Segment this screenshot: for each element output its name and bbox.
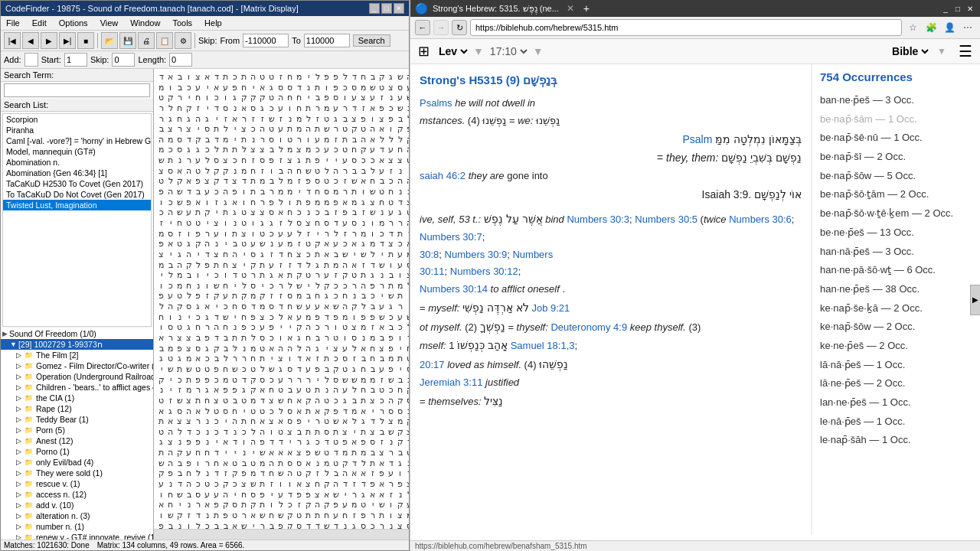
menu-file[interactable]: File	[4, 18, 22, 28]
numbers-30-11[interactable]: Numbers	[512, 249, 553, 260]
search-list-item-tacakud2[interactable]: To TaCaKuD Do Not Covet (Gen 2017)	[3, 189, 151, 200]
isaiah-ref1[interactable]: saiah 46:2	[420, 170, 466, 181]
chapter-select[interactable]: 17:10	[487, 44, 530, 58]
numbers-30-6[interactable]: Numbers 30:6	[729, 214, 792, 225]
profile-icon[interactable]: 👤	[942, 20, 957, 35]
numbers-30-9[interactable]: Numbers 30:9	[445, 249, 508, 260]
occ-item-4[interactable]: be·nap̄·šōw — 5 Occ.	[820, 167, 972, 186]
close-button[interactable]: ✕	[394, 3, 404, 14]
browser-maximize[interactable]: □	[952, 3, 963, 14]
browser-minimize[interactable]: _	[940, 3, 951, 14]
browser-close[interactable]: ✕	[965, 3, 975, 14]
numbers-30-7[interactable]: Numbers 30:7	[420, 231, 482, 243]
tb-settings[interactable]: ⚙	[175, 32, 191, 49]
search-list-item-model[interactable]: Model, mannequin (GT#)	[3, 146, 151, 157]
from-input[interactable]	[243, 34, 289, 47]
search-list-item-twisted[interactable]: Twisted Lust, Imagination	[3, 200, 151, 210]
occ-item-0[interactable]: ban·ne·p̄eš — 3 Occ.	[820, 91, 972, 110]
tree-add[interactable]: ▷ 📁 add v. (10)	[1, 500, 153, 510]
tree-rescue[interactable]: ▷ 📁 rescue v. (1)	[1, 478, 153, 489]
browser-title-close[interactable]: ✕	[567, 3, 574, 14]
tree-number[interactable]: ▷ 📁 number n. (1)	[1, 521, 153, 532]
tree-children[interactable]: ▷ 📁 Children - 'bears..' to afflict ages…	[1, 382, 153, 393]
numbers-30-8[interactable]: 30:8	[420, 249, 439, 260]
to-input[interactable]	[304, 34, 350, 47]
numbers-30-11b[interactable]: 30:11	[420, 266, 445, 277]
tree-folder-main[interactable]: ▼ ח1-99373 1002729 [29]	[1, 339, 153, 350]
deut-4-9[interactable]: Deuteronomy 4:9	[550, 321, 627, 333]
psalms-ref[interactable]: Psalms	[420, 97, 452, 109]
search-list-item-caml[interactable]: Caml [-val. -vore?] = 'horny' in Hebrew …	[3, 135, 151, 146]
menu-options[interactable]: Options	[57, 18, 90, 28]
extensions-icon[interactable]: 🧩	[923, 20, 939, 35]
length-input[interactable]	[169, 53, 192, 67]
skip-param-input[interactable]	[112, 53, 135, 67]
occ-item-15[interactable]: lā·ne·p̄eš — 2 Occ.	[820, 374, 972, 393]
menu-window[interactable]: Window	[128, 18, 162, 28]
tree-bear[interactable]: ▷ 📁 Teddy Bear (1)	[1, 414, 153, 425]
tb-save[interactable]: 💾	[119, 32, 136, 49]
occ-item-10[interactable]: han·ne·p̄eš — 38 Occ.	[820, 280, 972, 299]
expand-arrow-icon[interactable]: ▶	[970, 285, 980, 315]
reload-button[interactable]: ↻	[452, 20, 467, 35]
jer-3-11[interactable]: Jeremiah 3:11	[420, 377, 482, 388]
search-button[interactable]: Search	[353, 34, 390, 47]
new-tab-button[interactable]: +	[583, 2, 590, 15]
tree-film[interactable]: ▷ 📁 The Film [2]	[1, 350, 153, 360]
tree-operation[interactable]: ▷ 📁 Operation (Underground Railroad) (1)	[1, 371, 153, 382]
numbers-30-12[interactable]: Numbers 30:12	[450, 266, 518, 277]
occ-item-16[interactable]: lan·ne·p̄eš — 1 Occ.	[820, 393, 972, 412]
grid-menu-icon[interactable]: ⊞	[418, 43, 430, 60]
search-list-item-abomn[interactable]: Abomination n.	[3, 157, 151, 168]
tree-porn[interactable]: ▷ 📁 Porn (5)	[1, 425, 153, 435]
start-input[interactable]	[64, 53, 87, 67]
occ-item-12[interactable]: ke·nap̄·šōw — 2 Occ.	[820, 318, 972, 337]
horizontal-scrollbar[interactable]	[154, 529, 409, 540]
occ-item-13[interactable]: ke·ne·p̄eš — 2 Occ.	[820, 337, 972, 356]
book-select[interactable]: Lev	[436, 44, 470, 58]
ref-20-17[interactable]: 20:17	[420, 359, 445, 370]
psalm-ref[interactable]: Psalm	[682, 130, 712, 149]
tree-root[interactable]: ▶ Sound Of Freedom (1/0)	[1, 328, 153, 339]
back-button[interactable]: ←	[415, 20, 430, 35]
occ-item-14[interactable]: lā·nā·p̄eš — 1 Occ.	[820, 356, 972, 375]
tb-open[interactable]: 📂	[101, 32, 118, 49]
occ-item-1[interactable]: be·nap̄·šām — 1 Occ.	[820, 110, 972, 129]
job-9-21[interactable]: Job 9:21	[531, 302, 570, 314]
tree-anest[interactable]: ▷ 📁 Anest (12)	[1, 435, 153, 446]
tb-last[interactable]: ▶|	[59, 32, 76, 49]
bible-select[interactable]: Bible	[889, 44, 931, 58]
tree-access[interactable]: ▷ 📁 access n. (12)	[1, 489, 153, 500]
maximize-button[interactable]: □	[381, 3, 392, 14]
menu-view[interactable]: View	[98, 18, 121, 28]
samuel-18-1-3[interactable]: Samuel 18:1,3	[511, 340, 575, 351]
numbers-30-5[interactable]: Numbers 30:5	[635, 214, 697, 225]
occ-item-3[interactable]: be·nap̄·šî — 2 Occ.	[820, 148, 972, 167]
hamburger-icon[interactable]: ☰	[959, 42, 972, 60]
occ-item-5[interactable]: be·nap̄·šō·ṯām — 2 Occ.	[820, 185, 972, 204]
browser-settings-icon[interactable]: ⋯	[960, 20, 975, 35]
tree-gomez[interactable]: ▷ 📁 Gomez - Film Director/Co-writer (1)	[1, 360, 153, 371]
tree-sold[interactable]: ▷ 📁 They were sold (1)	[1, 468, 153, 478]
search-list-item-abomn2[interactable]: Abomination {Gen 46:34} [1]	[3, 168, 151, 178]
minimize-button[interactable]: _	[369, 3, 380, 14]
tree-renew[interactable]: ▷ 📁 renew v - GT# innovate, revive (1)	[1, 532, 153, 540]
occ-item-6[interactable]: be·nap̄·šō·w·ṯê·ḵem — 2 Occ.	[820, 204, 972, 223]
menu-edit[interactable]: Edit	[30, 18, 49, 28]
address-bar[interactable]	[470, 19, 902, 36]
occ-item-9[interactable]: han·ne·pā·šō·wṯ — 6 Occ.	[820, 261, 972, 280]
numbers-30-14[interactable]: Numbers 30:14	[420, 283, 488, 295]
tb-copy[interactable]: 📋	[156, 32, 173, 49]
numbers-30-3[interactable]: Numbers 30:3	[567, 214, 629, 225]
tb-print[interactable]: 🖨	[138, 32, 155, 49]
menu-tools[interactable]: Tools	[170, 18, 194, 28]
search-list-item-piranha[interactable]: Piranha	[3, 125, 151, 135]
occ-item-2[interactable]: be·nap̄·šê·nū — 1 Occ.	[820, 129, 972, 148]
occ-item-17[interactable]: le·nā·p̄eš — 1 Occ.	[820, 412, 972, 432]
search-list-item-scorpion[interactable]: Scorpion	[3, 114, 151, 125]
tree-porno[interactable]: ▷ 📁 Porno (1)	[1, 446, 153, 457]
add-input[interactable]	[24, 53, 38, 67]
occ-item-11[interactable]: ke·nap̄·še·ḵā — 2 Occ.	[820, 299, 972, 318]
search-term-input[interactable]	[4, 83, 150, 97]
tb-first[interactable]: |◀	[4, 32, 21, 49]
